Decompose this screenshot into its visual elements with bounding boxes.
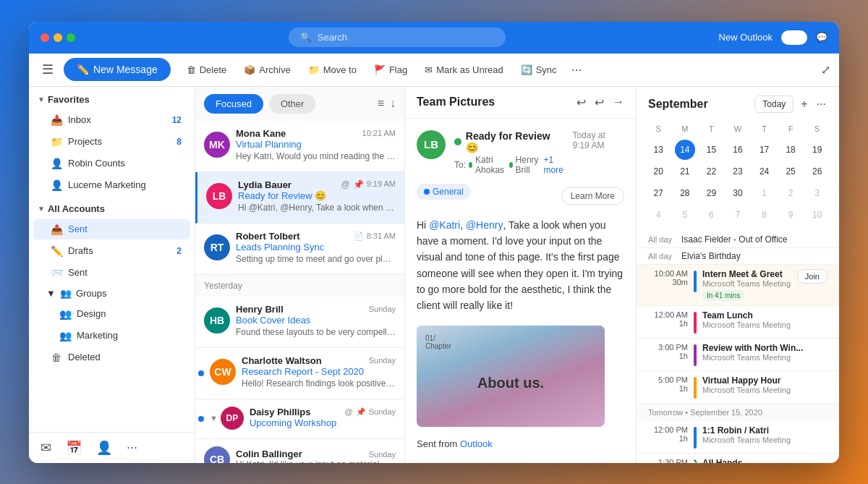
inbox-label: Inbox — [68, 114, 91, 125]
cal-day-26[interactable]: 26 — [807, 161, 827, 182]
today-button[interactable]: Today — [754, 95, 793, 113]
email-item-henry[interactable]: HB Henry Brill Sunday Book Cover Ideas F… — [195, 297, 404, 348]
cal-day-28[interactable]: 28 — [675, 183, 695, 203]
groups-header[interactable]: ▼ 👥 Groups — [29, 284, 195, 303]
sidebar-item-sent[interactable]: 📤 Sent — [33, 219, 190, 239]
new-outlook-toggle[interactable] — [781, 30, 807, 45]
cal-day-18[interactable]: 18 — [780, 140, 801, 160]
cal-day-oct8[interactable]: 8 — [754, 205, 775, 225]
cal-day-oct2[interactable]: 2 — [780, 183, 801, 203]
cal-day-27[interactable]: 27 — [648, 183, 668, 203]
cal-day-19[interactable]: 19 — [807, 140, 827, 160]
sender-daisy: Daisy Phillips — [250, 407, 311, 417]
cal-day-oct5[interactable]: 5 — [675, 205, 695, 225]
outlook-link[interactable]: Outlook — [460, 438, 493, 449]
cal-day-15[interactable]: 15 — [701, 140, 721, 160]
cal-day-21[interactable]: 21 — [675, 161, 695, 182]
event-happy-hour[interactable]: 5:00 PM 1h Virtual Happy Hour Microsoft … — [637, 371, 839, 404]
design-icon: 👥 — [59, 308, 71, 320]
event-time-happy: 5:00 PM 1h — [648, 375, 688, 393]
email-item-charlotte[interactable]: CW Charlotte Waltson Sunday Research Rep… — [195, 348, 404, 399]
sidebar-item-design[interactable]: 👥 Design — [33, 304, 190, 324]
tag-row: General Learn More — [417, 184, 624, 208]
calendar-nav-button[interactable]: 📅 — [66, 440, 82, 456]
mail-nav-button[interactable]: ✉ — [41, 440, 51, 456]
add-event-button[interactable]: + — [799, 96, 809, 112]
preview-colin: Hi Katri, I'd like your input on materia… — [236, 459, 396, 463]
join-button[interactable]: Join — [797, 269, 827, 284]
email-item-mona[interactable]: MK Mona Kane 10:21 AM Virtual Planning H… — [195, 121, 404, 172]
sidebar-item-drafts[interactable]: ✏️ Drafts 2 — [33, 241, 190, 261]
new-message-button[interactable]: ✏️ New Message — [64, 58, 171, 81]
hamburger-button[interactable]: ☰ — [38, 57, 58, 82]
cal-day-14[interactable]: 14 — [675, 140, 695, 160]
sync-button[interactable]: 🔄 Sync — [514, 60, 564, 80]
archive-button[interactable]: 📦 Archive — [237, 60, 297, 80]
event-review[interactable]: 3:00 PM 1h Review with North Win... Micr… — [637, 339, 839, 371]
forward-icon[interactable]: → — [613, 95, 624, 109]
allday-event-2-title: Elvia's Birthday — [681, 251, 741, 261]
cal-day-24[interactable]: 24 — [754, 161, 775, 182]
cal-day-oct4[interactable]: 4 — [648, 205, 668, 225]
close-dot[interactable] — [41, 33, 49, 42]
sort-icon[interactable]: ↓ — [390, 97, 396, 110]
event-all-hands[interactable]: 1:30 PM 1h 30m All Hands Microsoft Teams… — [637, 454, 839, 463]
sidebar-item-lucerne[interactable]: 👤 Lucerne Marketing — [33, 175, 190, 195]
filter-icon[interactable]: ≡ — [378, 97, 384, 110]
people-nav-button[interactable]: 👤 — [96, 440, 112, 456]
chat-icon[interactable]: 💬 — [816, 32, 827, 43]
email-item-robert[interactable]: RT Robert Tolbert 📄 8:31 AM Leads Planni… — [195, 224, 404, 275]
mark-unread-button[interactable]: ✉ Mark as Unread — [417, 60, 510, 80]
move-to-button[interactable]: 📁 Move to — [301, 60, 364, 80]
sidebar-item-robin[interactable]: 👤 Robin Counts — [33, 153, 190, 174]
learn-more-button[interactable]: Learn More — [561, 187, 624, 205]
delete-button[interactable]: 🗑 Delete — [179, 60, 234, 80]
sidebar-item-inbox[interactable]: 📥 Inbox 12 — [33, 110, 190, 130]
cal-day-16[interactable]: 16 — [728, 140, 748, 160]
calendar-more-button[interactable]: ··· — [815, 96, 827, 112]
minimize-dot[interactable] — [54, 33, 62, 42]
other-tab[interactable]: Other — [269, 94, 316, 114]
sidebar-item-marketing[interactable]: 👥 Marketing — [33, 326, 190, 346]
search-box[interactable]: 🔍 Search — [289, 27, 506, 47]
cal-day-22[interactable]: 22 — [701, 161, 721, 182]
reply-back-icon[interactable]: ↩ — [576, 95, 586, 109]
doc-icon: 📄 — [354, 232, 364, 241]
sidebar-item-projects[interactable]: 📁 Projects 8 — [33, 132, 190, 152]
cal-day-29[interactable]: 29 — [701, 183, 721, 203]
cal-day-25[interactable]: 25 — [780, 161, 801, 182]
cal-day-23[interactable]: 23 — [728, 161, 748, 182]
email-item-lydia[interactable]: LB Lydia Bauer @ 📌 9:19 AM Ready for R — [195, 172, 404, 224]
cal-day-30[interactable]: 30 — [728, 183, 748, 203]
sidebar-item-deleted[interactable]: 🗑 Deleted — [33, 347, 190, 368]
maximize-dot[interactable] — [67, 33, 75, 42]
email-item-daisy[interactable]: ▼ DP Daisy Phillips @ 📌 Sunday — [195, 399, 404, 439]
cal-day-20[interactable]: 20 — [648, 161, 668, 182]
event-intern-meet[interactable]: 10:00 AM 30m Intern Meet & Greet Microso… — [637, 265, 839, 306]
cal-day-17[interactable]: 17 — [754, 140, 775, 160]
flag-button[interactable]: 🚩 Flag — [367, 60, 414, 80]
main-area: ▼ Favorites 📥 Inbox 12 📁 Projects 8 👤 Ro… — [29, 87, 839, 463]
cal-day-13[interactable]: 13 — [648, 140, 668, 160]
favorites-section[interactable]: ▼ Favorites — [29, 87, 195, 109]
more-button[interactable]: ··· — [567, 62, 587, 77]
sidebar-item-sent2[interactable]: 📨 Sent — [33, 263, 190, 283]
focused-tab[interactable]: Focused — [204, 94, 263, 114]
from-subject-text: Ready for Review 😊 — [466, 130, 564, 153]
compose-icon: ✏️ — [77, 64, 89, 75]
event-team-lunch[interactable]: 12:00 AM 1h Team Lunch Microsoft Teams M… — [637, 306, 839, 339]
email-detail-header: Team Pictures ↩ ↩ → — [405, 87, 636, 119]
cal-day-oct9[interactable]: 9 — [780, 205, 801, 225]
cal-day-oct3[interactable]: 3 — [807, 183, 827, 203]
email-item-colin[interactable]: CB Colin Ballinger Sunday Hi Katri, I'd … — [195, 439, 404, 463]
sent2-icon: 📨 — [51, 267, 62, 279]
all-accounts-section[interactable]: ▼ All Accounts — [29, 196, 195, 218]
cal-day-oct6[interactable]: 6 — [701, 205, 721, 225]
more-nav-button[interactable]: ··· — [127, 440, 137, 455]
cal-day-oct1[interactable]: 1 — [754, 183, 775, 203]
cal-day-oct7[interactable]: 7 — [728, 205, 748, 225]
cal-day-oct10[interactable]: 10 — [807, 205, 827, 225]
event-robin-katri[interactable]: 12:00 PM 1h 1:1 Robin / Katri Microsoft … — [637, 421, 839, 454]
reply-icon[interactable]: ↩ — [595, 95, 604, 109]
expand-button[interactable]: ⤢ — [821, 63, 830, 77]
